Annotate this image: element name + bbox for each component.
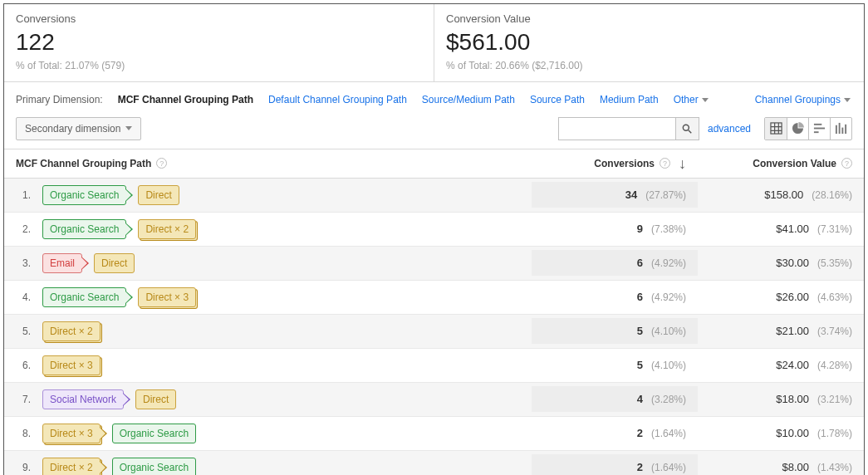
table-row[interactable]: 8.Direct × 3Organic Search2(1.64%)$10.00…	[4, 417, 864, 451]
svg-rect-8	[814, 128, 825, 130]
row-index: 5.	[4, 319, 31, 344]
svg-rect-2	[770, 123, 781, 134]
channel-chip-direct: Direct × 3	[42, 424, 101, 443]
search-icon	[681, 123, 693, 135]
secondary-dimension-button[interactable]: Secondary dimension	[16, 117, 141, 140]
path-cell: Organic SearchDirect × 2	[31, 213, 532, 246]
col-header-conversions[interactable]: Conversions ? ↓	[532, 149, 698, 178]
scorecard-conversions: Conversions 122 % of Total: 21.07% (579)	[4, 4, 434, 81]
dimension-link-other[interactable]: Other	[674, 94, 709, 105]
value-amount: $8.00	[782, 461, 809, 473]
conversions-value: 6	[626, 291, 643, 303]
channel-groupings-dropdown[interactable]: Channel Groupings	[755, 94, 851, 105]
channel-chip-organic: Organic Search	[112, 458, 196, 475]
value-pct: (4.63%)	[817, 291, 852, 303]
value-amount: $10.00	[776, 427, 809, 439]
scorecard-subtext: % of Total: 20.66% ($2,716.00)	[446, 60, 852, 71]
value-amount: $26.00	[776, 291, 809, 303]
conversions-pct: (3.28%)	[651, 394, 686, 405]
path-cell: Organic SearchDirect × 3	[31, 281, 532, 314]
value-cell: $18.00(3.21%)	[698, 386, 864, 412]
conversions-value: 6	[626, 257, 643, 269]
channel-chip-direct: Direct × 3	[42, 355, 101, 375]
view-pie-button[interactable]	[787, 118, 808, 140]
chevron-down-icon	[125, 126, 132, 130]
search-box	[558, 117, 699, 140]
value-pct: (1.78%)	[817, 428, 852, 439]
dimension-link[interactable]: Source/Medium Path	[422, 94, 515, 105]
channel-chip-social: Social Network	[42, 389, 124, 409]
help-icon[interactable]: ?	[156, 158, 167, 169]
path-cell: Direct × 2Organic Search	[31, 451, 532, 475]
table-row[interactable]: 7.Social NetworkDirect4(3.28%)$18.00(3.2…	[4, 383, 864, 417]
help-icon[interactable]: ?	[660, 158, 670, 169]
row-index: 1.	[4, 183, 31, 208]
view-columns-button[interactable]	[830, 118, 851, 140]
svg-rect-13	[845, 125, 846, 134]
table-row[interactable]: 1.Organic SearchDirect34(27.87%)$158.00(…	[4, 179, 864, 213]
conversions-pct: (27.87%)	[645, 189, 686, 201]
view-buttons	[764, 117, 852, 140]
value-cell: $41.00(7.31%)	[698, 216, 864, 242]
advanced-link[interactable]: advanced	[708, 123, 751, 135]
table-row[interactable]: 4.Organic SearchDirect × 36(4.92%)$26.00…	[4, 281, 864, 315]
svg-rect-12	[841, 128, 843, 135]
conversions-value: 5	[626, 359, 643, 371]
conversions-value: 5	[626, 325, 643, 337]
scorecard-conversion-value: Conversion Value $561.00 % of Total: 20.…	[434, 4, 864, 81]
primary-dimension-active[interactable]: MCF Channel Grouping Path	[118, 94, 253, 105]
value-cell: $8.00(1.43%)	[698, 454, 864, 475]
row-index: 8.	[4, 421, 31, 446]
table-row[interactable]: 6.Direct × 35(4.10%)$24.00(4.28%)	[4, 349, 864, 383]
channel-chip-organic: Organic Search	[42, 219, 126, 239]
table-toolbar: Secondary dimension advanced	[4, 112, 864, 149]
pie-icon	[792, 122, 804, 135]
conversions-pct: (7.38%)	[651, 223, 686, 235]
value-cell: $158.00(28.16%)	[698, 182, 864, 208]
col-header-conv-value[interactable]: Conversion Value ?	[698, 149, 864, 178]
table-row[interactable]: 9.Direct × 2Organic Search2(1.64%)$8.00(…	[4, 451, 864, 475]
channel-chip-direct: Direct	[138, 185, 179, 205]
col-header-path[interactable]: MCF Channel Grouping Path ?	[4, 149, 532, 178]
value-amount: $158.00	[764, 189, 803, 201]
channel-chip-direct: Direct × 2	[42, 458, 101, 475]
conversions-pct: (1.64%)	[651, 428, 686, 439]
value-pct: (1.43%)	[817, 462, 852, 473]
channel-chip-direct: Direct	[94, 253, 135, 273]
table-row[interactable]: 3.EmailDirect6(4.92%)$30.00(5.35%)	[4, 247, 864, 281]
primary-dimension-bar: Primary Dimension: MCF Channel Grouping …	[4, 81, 864, 112]
conversions-value: 2	[626, 427, 643, 439]
table-row[interactable]: 5.Direct × 25(4.10%)$21.00(3.74%)	[4, 315, 864, 349]
channel-chip-organic: Organic Search	[112, 424, 196, 443]
search-input[interactable]	[559, 118, 675, 140]
secondary-dimension-label: Secondary dimension	[25, 123, 120, 135]
conversions-cell: 2(1.64%)	[532, 420, 698, 446]
dimension-link[interactable]: Default Channel Grouping Path	[268, 94, 407, 105]
dimension-link[interactable]: Medium Path	[600, 94, 659, 105]
view-bars-button[interactable]	[808, 118, 830, 140]
channel-chip-direct: Direct × 2	[42, 321, 101, 341]
view-table-button[interactable]	[765, 118, 787, 140]
help-icon[interactable]: ?	[841, 158, 852, 169]
path-cell: Organic SearchDirect	[31, 179, 532, 212]
primary-dimension-label: Primary Dimension:	[16, 94, 103, 105]
dimension-link[interactable]: Source Path	[530, 94, 585, 105]
scorecard-subtext: % of Total: 21.07% (579)	[16, 60, 422, 71]
conversions-pct: (4.10%)	[651, 360, 686, 371]
path-cell: Direct × 3	[31, 349, 532, 382]
table-header: MCF Channel Grouping Path ? Conversions …	[4, 149, 864, 179]
value-amount: $41.00	[776, 223, 809, 235]
scorecards: Conversions 122 % of Total: 21.07% (579)…	[4, 4, 864, 81]
row-index: 2.	[4, 217, 31, 242]
conversions-pct: (4.10%)	[651, 326, 686, 337]
conversions-cell: 5(4.10%)	[532, 318, 698, 344]
channel-chip-email: Email	[42, 253, 82, 273]
channel-chip-organic: Organic Search	[42, 287, 126, 307]
table-row[interactable]: 2.Organic SearchDirect × 29(7.38%)$41.00…	[4, 213, 864, 247]
conversions-pct: (4.92%)	[651, 257, 686, 269]
search-button[interactable]	[675, 118, 699, 140]
conversions-cell: 9(7.38%)	[532, 216, 698, 242]
value-amount: $18.00	[776, 393, 809, 405]
scorecard-value: $561.00	[446, 28, 852, 56]
svg-rect-9	[814, 131, 819, 133]
